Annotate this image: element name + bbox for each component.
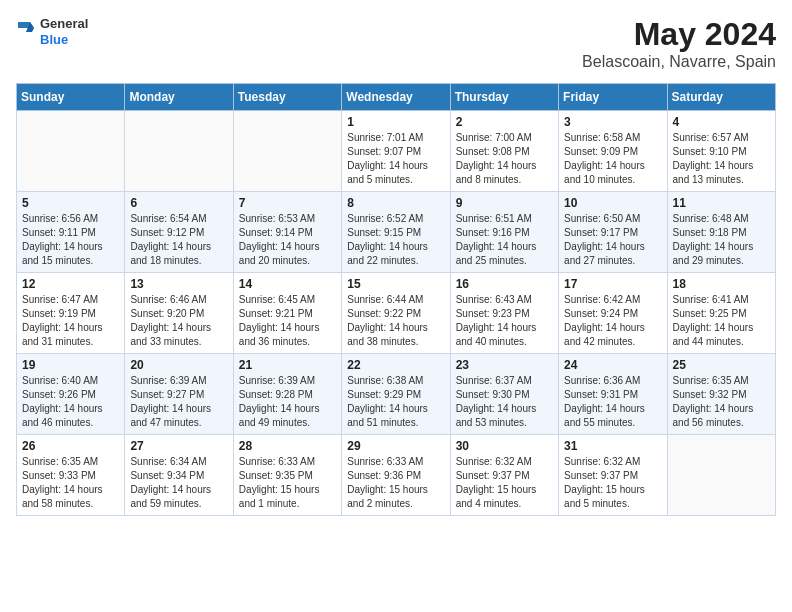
cell-info: Sunrise: 6:38 AM Sunset: 9:29 PM Dayligh… xyxy=(347,374,444,430)
calendar-cell xyxy=(233,111,341,192)
calendar-cell: 19Sunrise: 6:40 AM Sunset: 9:26 PM Dayli… xyxy=(17,354,125,435)
calendar-cell xyxy=(125,111,233,192)
calendar-cell: 3Sunrise: 6:58 AM Sunset: 9:09 PM Daylig… xyxy=(559,111,667,192)
calendar-cell: 17Sunrise: 6:42 AM Sunset: 9:24 PM Dayli… xyxy=(559,273,667,354)
day-number: 10 xyxy=(564,196,661,210)
day-number: 9 xyxy=(456,196,553,210)
day-number: 19 xyxy=(22,358,119,372)
cell-info: Sunrise: 6:37 AM Sunset: 9:30 PM Dayligh… xyxy=(456,374,553,430)
page-header: General Blue May 2024 Belascoain, Navarr… xyxy=(16,16,776,71)
calendar-cell: 13Sunrise: 6:46 AM Sunset: 9:20 PM Dayli… xyxy=(125,273,233,354)
day-number: 11 xyxy=(673,196,770,210)
day-number: 8 xyxy=(347,196,444,210)
cell-info: Sunrise: 7:01 AM Sunset: 9:07 PM Dayligh… xyxy=(347,131,444,187)
day-number: 20 xyxy=(130,358,227,372)
cell-info: Sunrise: 6:35 AM Sunset: 9:32 PM Dayligh… xyxy=(673,374,770,430)
day-number: 23 xyxy=(456,358,553,372)
cell-info: Sunrise: 6:57 AM Sunset: 9:10 PM Dayligh… xyxy=(673,131,770,187)
day-number: 12 xyxy=(22,277,119,291)
day-number: 22 xyxy=(347,358,444,372)
cell-info: Sunrise: 6:47 AM Sunset: 9:19 PM Dayligh… xyxy=(22,293,119,349)
page-subtitle: Belascoain, Navarre, Spain xyxy=(582,53,776,71)
cell-info: Sunrise: 6:35 AM Sunset: 9:33 PM Dayligh… xyxy=(22,455,119,511)
cell-info: Sunrise: 6:33 AM Sunset: 9:36 PM Dayligh… xyxy=(347,455,444,511)
cell-info: Sunrise: 6:45 AM Sunset: 9:21 PM Dayligh… xyxy=(239,293,336,349)
cell-info: Sunrise: 6:58 AM Sunset: 9:09 PM Dayligh… xyxy=(564,131,661,187)
day-number: 18 xyxy=(673,277,770,291)
cell-info: Sunrise: 6:53 AM Sunset: 9:14 PM Dayligh… xyxy=(239,212,336,268)
day-number: 24 xyxy=(564,358,661,372)
calendar-cell: 14Sunrise: 6:45 AM Sunset: 9:21 PM Dayli… xyxy=(233,273,341,354)
calendar-day-header: Tuesday xyxy=(233,84,341,111)
cell-info: Sunrise: 6:33 AM Sunset: 9:35 PM Dayligh… xyxy=(239,455,336,511)
calendar-cell: 20Sunrise: 6:39 AM Sunset: 9:27 PM Dayli… xyxy=(125,354,233,435)
day-number: 15 xyxy=(347,277,444,291)
calendar-day-header: Thursday xyxy=(450,84,558,111)
calendar-week-row: 5Sunrise: 6:56 AM Sunset: 9:11 PM Daylig… xyxy=(17,192,776,273)
calendar-day-header: Wednesday xyxy=(342,84,450,111)
day-number: 4 xyxy=(673,115,770,129)
cell-info: Sunrise: 6:42 AM Sunset: 9:24 PM Dayligh… xyxy=(564,293,661,349)
calendar-cell xyxy=(667,435,775,516)
calendar-cell: 11Sunrise: 6:48 AM Sunset: 9:18 PM Dayli… xyxy=(667,192,775,273)
calendar-cell: 16Sunrise: 6:43 AM Sunset: 9:23 PM Dayli… xyxy=(450,273,558,354)
day-number: 30 xyxy=(456,439,553,453)
logo-icon xyxy=(16,20,36,44)
calendar-cell: 15Sunrise: 6:44 AM Sunset: 9:22 PM Dayli… xyxy=(342,273,450,354)
day-number: 25 xyxy=(673,358,770,372)
calendar-cell: 4Sunrise: 6:57 AM Sunset: 9:10 PM Daylig… xyxy=(667,111,775,192)
cell-info: Sunrise: 6:52 AM Sunset: 9:15 PM Dayligh… xyxy=(347,212,444,268)
calendar-header-row: SundayMondayTuesdayWednesdayThursdayFrid… xyxy=(17,84,776,111)
calendar-body: 1Sunrise: 7:01 AM Sunset: 9:07 PM Daylig… xyxy=(17,111,776,516)
day-number: 27 xyxy=(130,439,227,453)
day-number: 14 xyxy=(239,277,336,291)
logo-line2: Blue xyxy=(40,32,88,48)
calendar-cell: 1Sunrise: 7:01 AM Sunset: 9:07 PM Daylig… xyxy=(342,111,450,192)
calendar-day-header: Sunday xyxy=(17,84,125,111)
calendar-week-row: 12Sunrise: 6:47 AM Sunset: 9:19 PM Dayli… xyxy=(17,273,776,354)
calendar-cell: 24Sunrise: 6:36 AM Sunset: 9:31 PM Dayli… xyxy=(559,354,667,435)
cell-info: Sunrise: 6:46 AM Sunset: 9:20 PM Dayligh… xyxy=(130,293,227,349)
day-number: 7 xyxy=(239,196,336,210)
cell-info: Sunrise: 6:39 AM Sunset: 9:28 PM Dayligh… xyxy=(239,374,336,430)
calendar-cell: 21Sunrise: 6:39 AM Sunset: 9:28 PM Dayli… xyxy=(233,354,341,435)
cell-info: Sunrise: 6:56 AM Sunset: 9:11 PM Dayligh… xyxy=(22,212,119,268)
calendar-cell: 31Sunrise: 6:32 AM Sunset: 9:37 PM Dayli… xyxy=(559,435,667,516)
cell-info: Sunrise: 7:00 AM Sunset: 9:08 PM Dayligh… xyxy=(456,131,553,187)
cell-info: Sunrise: 6:32 AM Sunset: 9:37 PM Dayligh… xyxy=(456,455,553,511)
calendar-cell: 23Sunrise: 6:37 AM Sunset: 9:30 PM Dayli… xyxy=(450,354,558,435)
calendar-table: SundayMondayTuesdayWednesdayThursdayFrid… xyxy=(16,83,776,516)
page-title: May 2024 xyxy=(582,16,776,53)
day-number: 29 xyxy=(347,439,444,453)
day-number: 3 xyxy=(564,115,661,129)
calendar-day-header: Monday xyxy=(125,84,233,111)
day-number: 13 xyxy=(130,277,227,291)
calendar-week-row: 1Sunrise: 7:01 AM Sunset: 9:07 PM Daylig… xyxy=(17,111,776,192)
cell-info: Sunrise: 6:48 AM Sunset: 9:18 PM Dayligh… xyxy=(673,212,770,268)
calendar-cell: 2Sunrise: 7:00 AM Sunset: 9:08 PM Daylig… xyxy=(450,111,558,192)
cell-info: Sunrise: 6:41 AM Sunset: 9:25 PM Dayligh… xyxy=(673,293,770,349)
calendar-cell: 25Sunrise: 6:35 AM Sunset: 9:32 PM Dayli… xyxy=(667,354,775,435)
day-number: 28 xyxy=(239,439,336,453)
cell-info: Sunrise: 6:43 AM Sunset: 9:23 PM Dayligh… xyxy=(456,293,553,349)
day-number: 26 xyxy=(22,439,119,453)
day-number: 6 xyxy=(130,196,227,210)
calendar-cell: 27Sunrise: 6:34 AM Sunset: 9:34 PM Dayli… xyxy=(125,435,233,516)
calendar-cell: 22Sunrise: 6:38 AM Sunset: 9:29 PM Dayli… xyxy=(342,354,450,435)
calendar-cell xyxy=(17,111,125,192)
calendar-cell: 12Sunrise: 6:47 AM Sunset: 9:19 PM Dayli… xyxy=(17,273,125,354)
logo: General Blue xyxy=(16,16,88,47)
calendar-week-row: 19Sunrise: 6:40 AM Sunset: 9:26 PM Dayli… xyxy=(17,354,776,435)
calendar-cell: 29Sunrise: 6:33 AM Sunset: 9:36 PM Dayli… xyxy=(342,435,450,516)
cell-info: Sunrise: 6:36 AM Sunset: 9:31 PM Dayligh… xyxy=(564,374,661,430)
calendar-cell: 10Sunrise: 6:50 AM Sunset: 9:17 PM Dayli… xyxy=(559,192,667,273)
day-number: 16 xyxy=(456,277,553,291)
calendar-day-header: Friday xyxy=(559,84,667,111)
day-number: 2 xyxy=(456,115,553,129)
cell-info: Sunrise: 6:39 AM Sunset: 9:27 PM Dayligh… xyxy=(130,374,227,430)
logo-line1: General xyxy=(40,16,88,32)
logo-text: General Blue xyxy=(40,16,88,47)
calendar-cell: 5Sunrise: 6:56 AM Sunset: 9:11 PM Daylig… xyxy=(17,192,125,273)
calendar-cell: 7Sunrise: 6:53 AM Sunset: 9:14 PM Daylig… xyxy=(233,192,341,273)
day-number: 31 xyxy=(564,439,661,453)
